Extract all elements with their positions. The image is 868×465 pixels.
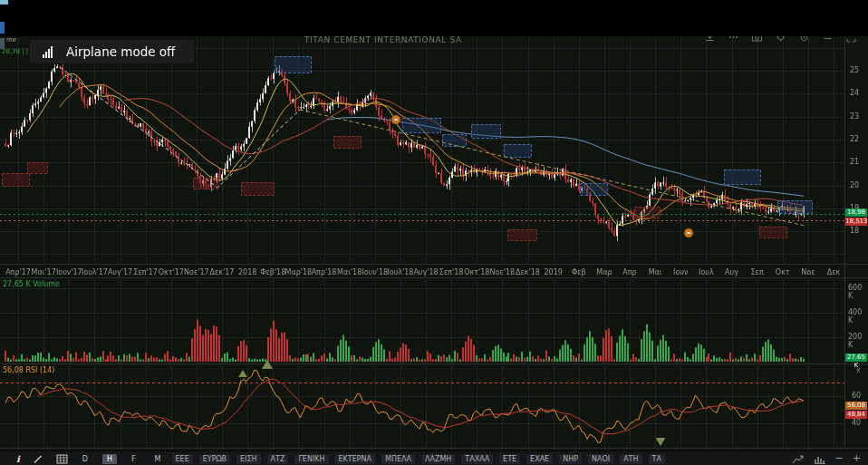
toolbar-right-group: − + (792, 454, 861, 464)
x-axis-label: Ιουν'18 (362, 268, 388, 276)
ticker-button-ΕΧΑΕ[interactable]: ΕΧΑΕ (526, 454, 553, 464)
ticker-button-ΜΠΕΛΑ[interactable]: ΜΠΕΛΑ (381, 454, 415, 464)
x-axis-label: Νοε'18 (490, 268, 516, 276)
x-axis-label: Μαρ'18 (285, 268, 313, 276)
timeframe-button-H[interactable]: H (102, 454, 117, 464)
chart-canvas[interactable] (0, 0, 868, 465)
x-axis-label: Ιουν'17 (56, 268, 82, 276)
ohlc-legend-fragment: 28,78 | | (2, 48, 28, 55)
x-axis-label: Σεπ'17 (133, 268, 158, 276)
rsi-tick: 40 (852, 419, 861, 427)
last-price-badge: 18,98 (845, 208, 867, 217)
price-tick: 18 (850, 227, 859, 235)
ticker-button-ΝΗΡ[interactable]: ΝΗΡ (559, 454, 582, 464)
bottom-toolbar: i DHFM ΕΕΕΕΥΡΩΒΕΙΣΗΑΤΖΓΕΝΙΚΗΕΚΤΕΡΝΑΜΠΕΛΑ… (0, 450, 868, 465)
price-tick: 24 (850, 89, 859, 97)
chart-scale-icon[interactable] (792, 454, 805, 464)
grid-layout-icon[interactable] (56, 454, 68, 464)
rsi-ma-value-badge: 48,84 (845, 411, 867, 419)
ticker-group: ΕΕΕΕΥΡΩΒΕΙΣΗΑΤΖΓΕΝΙΚΗΕΚΤΕΡΝΑΜΠΕΛΑΛΑΖΜΗΤΑ… (166, 454, 665, 464)
x-axis-label: Δεκ'18 (516, 268, 540, 276)
rsi-legend: 56,08 RSI (14) (3, 366, 54, 374)
rsi-tick: 60 (852, 392, 861, 400)
ticker-button-ΕΕΕ[interactable]: ΕΕΕ (172, 454, 193, 464)
alert-price-badge: 18,513 (845, 218, 867, 226)
price-tick: 21 (850, 158, 859, 166)
taskbar-fragment-icon (0, 22, 5, 34)
x-axis-label: 2019 (544, 268, 562, 276)
ticker-button-ΕΤΕ[interactable]: ΕΤΕ (499, 454, 520, 464)
x-axis-label: Απρ'18 (312, 268, 337, 276)
x-axis-label: Φεβ'18 (260, 268, 285, 276)
x-axis-label: Ιουλ'18 (387, 268, 413, 276)
volume-legend: 27,65 K Volume (3, 280, 60, 288)
x-axis-label: 2018 (238, 268, 256, 276)
ticker-button-ΕΙΣΗ[interactable]: ΕΙΣΗ (236, 454, 260, 464)
volume-value-badge: 27,65 K (845, 354, 867, 362)
ticker-button-ΤΑ[interactable]: ΤΑ (649, 454, 665, 464)
timeframe-group: DHFM (68, 454, 166, 464)
window-fragment-icon (0, 0, 8, 5)
timeframe-button-M[interactable]: M (150, 454, 166, 464)
volume-tick: 600 K (848, 284, 868, 300)
rsi-value-badge: 56,08 (845, 402, 867, 410)
x-axis-label: Δεκ'17 (210, 268, 235, 276)
bar-chart-icon[interactable] (814, 454, 826, 464)
x-axis-label: Αυγ (725, 268, 738, 276)
clipped-text-fragment: me (6, 36, 16, 44)
x-axis-label: Απρ'17 (5, 268, 31, 276)
top-black-bar (0, 0, 868, 36)
ticker-button-ΝΑΟΙ[interactable]: ΝΑΟΙ (588, 454, 613, 464)
timeframe-button-D[interactable]: D (78, 454, 92, 464)
x-axis-label: Αυγ'17 (108, 268, 132, 276)
timeframe-button-F[interactable]: F (127, 454, 140, 464)
ticker-button-ΓΕΝΙΚΗ[interactable]: ΓΕΝΙΚΗ (294, 454, 328, 464)
ticker-button-ΑΤΖ[interactable]: ΑΤΖ (267, 454, 289, 464)
ticker-button-ΤΑΧΑΑ[interactable]: ΤΑΧΑΑ (461, 454, 493, 464)
x-axis-label: Οκτ'17 (159, 268, 184, 276)
ticker-button-ΕΚΤΕΡΝΑ[interactable]: ΕΚΤΕΡΝΑ (335, 454, 376, 464)
x-axis-label: Ιουλ (699, 268, 714, 276)
ticker-button-ΛΑΖΜΗ[interactable]: ΛΑΖΜΗ (421, 454, 455, 464)
x-axis-label: Αυγ'18 (413, 268, 438, 276)
x-axis-label: Νοε'17 (184, 268, 209, 276)
x-axis-label: Απρ (622, 268, 636, 276)
x-axis-label: Μαι (649, 268, 662, 276)
draw-pencil-icon[interactable] (33, 454, 43, 464)
x-axis-label: Σεπ (751, 268, 764, 276)
price-tick: 23 (850, 112, 859, 121)
x-axis-label: Μαρ (596, 268, 612, 276)
toast-text: Airplane mode off (66, 44, 175, 59)
trading-app: me 28,78 | | TITAN CEMENT INTERNATIONAL … (0, 0, 868, 465)
x-axis-label: Οκτ (776, 268, 790, 276)
x-axis-label: Οκτ'18 (464, 268, 489, 276)
signal-bars-icon (43, 46, 53, 58)
x-axis-label: Σεπ'18 (439, 268, 464, 276)
volume-tick: 400 K (848, 308, 868, 325)
price-tick: 20 (850, 181, 859, 189)
volume-tick: 200 K (848, 333, 868, 349)
zoom-out-button[interactable]: − (835, 454, 844, 463)
zoom-in-button[interactable]: + (853, 454, 861, 463)
price-tick: 22 (850, 135, 859, 143)
x-axis-label: Δεκ (827, 268, 841, 276)
price-tick: 25 (850, 66, 859, 74)
ticker-button-ΑΤΗ[interactable]: ΑΤΗ (620, 454, 641, 464)
x-axis-label: Ιουλ'17 (82, 268, 108, 276)
ticker-button-ΕΥΡΩΒ[interactable]: ΕΥΡΩΒ (199, 454, 230, 464)
x-axis-label: Μαι'17 (31, 268, 55, 276)
x-axis-label: Νοε (801, 268, 815, 276)
x-axis-label: Φεβ (572, 268, 586, 276)
airplane-mode-toast[interactable]: Airplane mode off (30, 40, 194, 63)
chart-symbol-title: TITAN CEMENT INTERNATIONAL SA (304, 35, 462, 44)
x-axis-label: Ιουν (673, 268, 688, 276)
x-axis-label: Μαι'18 (337, 268, 362, 276)
info-icon[interactable]: i (16, 454, 20, 464)
